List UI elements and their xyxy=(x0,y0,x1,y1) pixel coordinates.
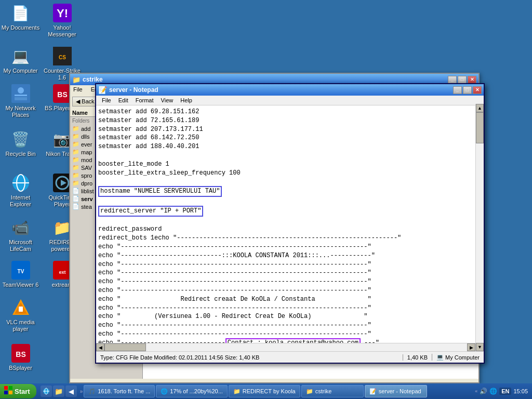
taskbar-network-icon: 🌐 xyxy=(489,388,497,395)
teamviewer-label: TeamViewer 6 xyxy=(1,282,40,288)
notepad-text-content: setmaster add 69.28.151.162 setmaster ad… xyxy=(98,108,482,353)
desktop-icon-vlc[interactable]: VLC mediaplayer xyxy=(1,297,40,332)
taskbar-btn-1618-label: 1618. Torto ft. The ... xyxy=(98,388,150,394)
taskbar-btn-17pct-label: 17% of ...20by%20... xyxy=(170,388,223,394)
my-computer-status-icon: 💻 xyxy=(436,354,444,361)
taskbar-btn-redirect-label: REDIRECT by Koola xyxy=(243,388,296,394)
notepad-menu-edit[interactable]: Edit xyxy=(117,97,130,104)
notepad-status-location-text: My Computer xyxy=(445,354,480,361)
taskbar-btn-cstrike-icon: 📁 xyxy=(306,388,313,395)
svg-rect-6 xyxy=(15,95,27,96)
recycle-icon: 🗑️ xyxy=(10,129,31,150)
ie-window-controls: _ □ ✕ xyxy=(448,76,476,84)
sidebar-item-label-mod: mod xyxy=(81,157,92,163)
taskbar-tray: « 🔊 🌐 EN 15:05 xyxy=(471,388,532,395)
ie-title-text: cstrike xyxy=(83,76,448,83)
sidebar-item-label-sav: SAV xyxy=(81,165,92,171)
notepad-text-area[interactable]: setmaster add 69.28.151.162 setmaster ad… xyxy=(96,105,484,353)
taskbar-btn-notepad[interactable]: 📝 server - Notepad xyxy=(365,385,427,397)
recycle-label: Recycle Bin xyxy=(1,151,40,157)
notepad-menu-view[interactable]: View xyxy=(159,97,175,104)
notepad-menu-file[interactable]: File xyxy=(100,97,113,104)
desktop: 📄 My Documents Y! Yahoo!Messenger 💻 My C… xyxy=(0,0,532,399)
taskbar-time: 15:05 xyxy=(513,388,528,394)
sidebar-item-label-stea: stea xyxy=(81,204,92,210)
taskbar-btn-notepad-icon: 📝 xyxy=(369,388,377,395)
ie-maximize-btn[interactable]: □ xyxy=(458,76,467,84)
taskbar-btn-cstrike[interactable]: 📁 cstrike xyxy=(301,385,364,397)
svg-text:BS: BS xyxy=(57,90,67,99)
svg-rect-8 xyxy=(19,97,23,100)
svg-rect-29 xyxy=(4,386,8,390)
notepad-minimize-btn[interactable]: _ xyxy=(453,86,462,94)
notepad-maximize-btn[interactable]: □ xyxy=(463,86,472,94)
sidebar-item-label-dpro: dpro xyxy=(81,180,92,187)
highlighted-hostname: hostname "NUMELE SERVERULUI TAU" xyxy=(98,186,222,197)
notepad-menu-format[interactable]: Format xyxy=(134,97,155,104)
taskbar-back-icon[interactable]: ◀ xyxy=(65,385,77,397)
scrollbar-thumb[interactable] xyxy=(476,112,484,143)
ie-menu-file[interactable]: File xyxy=(72,86,84,93)
desktop-icon-teamviewer[interactable]: TV TeamViewer 6 xyxy=(1,260,40,288)
taskbar-lang[interactable]: EN xyxy=(499,388,511,395)
taskbar-btn-notepad-label: server - Notepad xyxy=(379,388,421,394)
my-computer-label: My Computer xyxy=(1,68,40,74)
notepad-scrollbar[interactable]: ▲ ▼ xyxy=(475,104,484,351)
hscrollbar-thumb[interactable] xyxy=(104,343,146,351)
bsplayer2-label: BSplayer xyxy=(1,365,40,371)
desktop-icon-yahoo[interactable]: Y! Yahoo!Messenger xyxy=(43,3,82,38)
desktop-icon-my-documents[interactable]: 📄 My Documents xyxy=(1,3,40,31)
desktop-icon-my-computer[interactable]: 💻 My Computer xyxy=(1,46,40,74)
vlc-icon xyxy=(10,297,31,318)
taskbar-btn-17pct[interactable]: 🌐 17% of ...20by%20... xyxy=(156,385,228,397)
desktop-icon-recycle[interactable]: 🗑️ Recycle Bin xyxy=(1,129,40,157)
taskbar-btn-1618[interactable]: 🎵 1618. Torto ft. The ... xyxy=(84,385,155,397)
scrollbar-down-btn[interactable]: ▼ xyxy=(476,343,484,351)
ie-close-btn[interactable]: ✕ xyxy=(468,76,476,84)
notepad-close-btn[interactable]: ✕ xyxy=(473,86,482,94)
notepad-menu-help[interactable]: Help xyxy=(179,97,194,104)
desktop-icon-bsplayer2[interactable]: BS BSplayer xyxy=(1,343,40,371)
hscrollbar-track xyxy=(104,343,467,351)
network-label: My NetworkPlaces xyxy=(1,105,40,118)
ie-title-icon: 📁 xyxy=(72,76,81,84)
notepad-status-location: 💻 My Computer xyxy=(432,354,480,361)
desktop-icon-ie[interactable]: InternetExplorer xyxy=(1,172,40,208)
svg-point-5 xyxy=(18,87,24,94)
svg-rect-24 xyxy=(19,307,23,312)
lifecam-label: MicrosoftLifeCam xyxy=(1,239,40,252)
taskbar-folder-icon[interactable]: 📁 xyxy=(53,385,64,397)
notepad-status-text: Type: CFG File Date Modified: 02.01.2011… xyxy=(100,354,398,361)
yahoo-label: Yahoo!Messenger xyxy=(43,24,82,38)
notepad-title-text: server - Notepad xyxy=(109,86,453,94)
taskbar-btn-redirect[interactable]: 📁 REDIRECT by Koola xyxy=(229,385,300,397)
hscrollbar-left-btn[interactable]: ◀ xyxy=(96,343,104,351)
taskbar-more-icon[interactable]: » xyxy=(79,389,84,394)
start-label: Start xyxy=(15,388,30,395)
folder-icon-liblist: 📄 xyxy=(72,188,79,194)
svg-text:CS: CS xyxy=(59,55,66,60)
folder-icon-sav: 📁 xyxy=(72,164,79,171)
folder-icon-mod: 📁 xyxy=(72,156,79,163)
taskbar-arrows-icon: « xyxy=(475,389,477,394)
ie-name-label: Name xyxy=(72,110,88,116)
notepad-hscrollbar[interactable]: ◀ ▶ xyxy=(96,343,475,351)
sidebar-item-label-liblist: liblist xyxy=(81,188,94,194)
scrollbar-up-btn[interactable]: ▲ xyxy=(476,104,484,112)
ie-icon xyxy=(10,172,31,193)
start-button[interactable]: Start xyxy=(0,384,36,398)
folder-icon-map: 📁 xyxy=(72,149,79,155)
windows-flag-icon xyxy=(4,386,12,396)
folder-icon-dlls: 📁 xyxy=(72,133,79,140)
my-documents-label: My Documents xyxy=(1,24,40,31)
svg-text:BS: BS xyxy=(16,350,25,358)
hscrollbar-right-btn[interactable]: ▶ xyxy=(467,343,475,351)
desktop-icon-network[interactable]: My NetworkPlaces xyxy=(1,83,40,118)
counter-strike-icon: CS xyxy=(52,46,73,66)
ie-minimize-btn[interactable]: _ xyxy=(448,76,457,84)
taskbar-btn-redirect-icon: 📁 xyxy=(233,388,241,395)
notepad-menubar: File Edit Format View Help xyxy=(96,96,484,105)
desktop-icon-lifecam[interactable]: 📹 MicrosoftLifeCam xyxy=(1,217,40,252)
taskbar-ie-icon[interactable] xyxy=(41,385,52,397)
ie-label: InternetExplorer xyxy=(1,194,40,208)
